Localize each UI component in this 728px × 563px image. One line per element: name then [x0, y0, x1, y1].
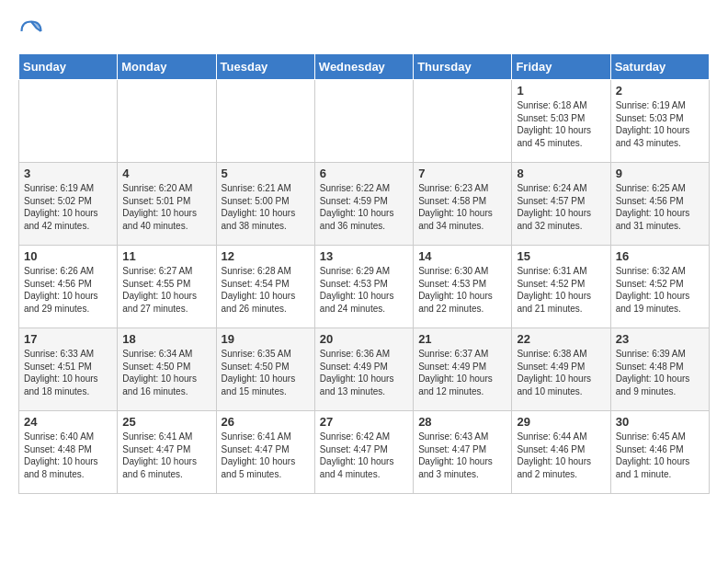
calendar-week-1: 1Sunrise: 6:18 AM Sunset: 5:03 PM Daylig… — [19, 80, 710, 163]
day-number: 13 — [320, 249, 408, 263]
day-info: Sunrise: 6:25 AM Sunset: 4:56 PM Dayligh… — [616, 182, 704, 232]
calendar-cell: 24Sunrise: 6:40 AM Sunset: 4:48 PM Dayli… — [19, 411, 118, 494]
day-number: 15 — [517, 249, 605, 263]
calendar-cell: 10Sunrise: 6:26 AM Sunset: 4:56 PM Dayli… — [19, 246, 118, 328]
day-number: 7 — [418, 167, 506, 180]
day-info: Sunrise: 6:45 AM Sunset: 4:46 PM Dayligh… — [616, 431, 704, 480]
day-number: 2 — [616, 84, 704, 98]
day-number: 16 — [616, 249, 704, 263]
calendar-cell: 30Sunrise: 6:45 AM Sunset: 4:46 PM Dayli… — [610, 411, 709, 494]
calendar: SundayMondayTuesdayWednesdayThursdayFrid… — [18, 53, 710, 494]
day-info: Sunrise: 6:36 AM Sunset: 4:49 PM Dayligh… — [320, 348, 408, 397]
day-info: Sunrise: 6:19 AM Sunset: 5:03 PM Dayligh… — [616, 99, 704, 149]
column-header-sunday: Sunday — [19, 54, 118, 80]
day-info: Sunrise: 6:30 AM Sunset: 4:53 PM Dayligh… — [418, 265, 506, 315]
day-number: 8 — [517, 167, 605, 180]
calendar-cell: 9Sunrise: 6:25 AM Sunset: 4:56 PM Daylig… — [610, 163, 709, 246]
day-info: Sunrise: 6:35 AM Sunset: 4:50 PM Dayligh… — [222, 348, 310, 397]
column-header-tuesday: Tuesday — [216, 54, 314, 80]
day-number: 21 — [418, 332, 506, 346]
day-number: 28 — [418, 415, 506, 429]
day-info: Sunrise: 6:34 AM Sunset: 4:50 PM Dayligh… — [122, 348, 210, 397]
day-number: 26 — [222, 415, 310, 429]
day-number: 12 — [222, 249, 310, 263]
day-info: Sunrise: 6:23 AM Sunset: 4:58 PM Dayligh… — [418, 182, 506, 232]
calendar-cell — [19, 80, 118, 163]
calendar-cell — [118, 80, 216, 163]
logo — [18, 18, 48, 44]
calendar-cell: 19Sunrise: 6:35 AM Sunset: 4:50 PM Dayli… — [216, 328, 314, 411]
column-header-monday: Monday — [118, 54, 216, 80]
calendar-cell: 25Sunrise: 6:41 AM Sunset: 4:47 PM Dayli… — [118, 411, 216, 494]
calendar-cell — [414, 80, 512, 163]
day-info: Sunrise: 6:39 AM Sunset: 4:48 PM Dayligh… — [616, 348, 704, 397]
calendar-cell: 29Sunrise: 6:44 AM Sunset: 4:46 PM Dayli… — [512, 411, 610, 494]
day-info: Sunrise: 6:21 AM Sunset: 5:00 PM Dayligh… — [222, 182, 310, 232]
calendar-cell: 2Sunrise: 6:19 AM Sunset: 5:03 PM Daylig… — [610, 80, 709, 163]
column-header-friday: Friday — [512, 54, 610, 80]
day-number: 6 — [320, 167, 408, 180]
day-number: 10 — [24, 249, 112, 263]
day-number: 9 — [616, 167, 704, 180]
calendar-cell: 15Sunrise: 6:31 AM Sunset: 4:52 PM Dayli… — [512, 246, 610, 328]
day-number: 5 — [222, 167, 310, 180]
calendar-cell — [314, 80, 413, 163]
day-number: 18 — [122, 332, 210, 346]
day-info: Sunrise: 6:41 AM Sunset: 4:47 PM Dayligh… — [122, 431, 210, 480]
day-info: Sunrise: 6:31 AM Sunset: 4:52 PM Dayligh… — [517, 265, 605, 315]
day-number: 30 — [616, 415, 704, 429]
calendar-cell: 14Sunrise: 6:30 AM Sunset: 4:53 PM Dayli… — [414, 246, 512, 328]
column-header-saturday: Saturday — [610, 54, 709, 80]
calendar-cell: 5Sunrise: 6:21 AM Sunset: 5:00 PM Daylig… — [216, 163, 314, 246]
header — [18, 18, 710, 44]
calendar-cell: 13Sunrise: 6:29 AM Sunset: 4:53 PM Dayli… — [314, 246, 413, 328]
calendar-cell: 6Sunrise: 6:22 AM Sunset: 4:59 PM Daylig… — [314, 163, 413, 246]
day-info: Sunrise: 6:26 AM Sunset: 4:56 PM Dayligh… — [24, 265, 112, 315]
day-info: Sunrise: 6:44 AM Sunset: 4:46 PM Dayligh… — [517, 431, 605, 480]
day-number: 3 — [24, 167, 112, 180]
day-info: Sunrise: 6:32 AM Sunset: 4:52 PM Dayligh… — [616, 265, 704, 315]
day-info: Sunrise: 6:22 AM Sunset: 4:59 PM Dayligh… — [320, 182, 408, 232]
calendar-cell: 23Sunrise: 6:39 AM Sunset: 4:48 PM Dayli… — [610, 328, 709, 411]
day-number: 11 — [122, 249, 210, 263]
day-number: 22 — [517, 332, 605, 346]
calendar-week-5: 24Sunrise: 6:40 AM Sunset: 4:48 PM Dayli… — [19, 411, 710, 494]
day-info: Sunrise: 6:37 AM Sunset: 4:49 PM Dayligh… — [418, 348, 506, 397]
day-info: Sunrise: 6:41 AM Sunset: 4:47 PM Dayligh… — [222, 431, 310, 480]
day-number: 17 — [24, 332, 112, 346]
day-info: Sunrise: 6:29 AM Sunset: 4:53 PM Dayligh… — [320, 265, 408, 315]
day-number: 25 — [122, 415, 210, 429]
calendar-week-2: 3Sunrise: 6:19 AM Sunset: 5:02 PM Daylig… — [19, 163, 710, 246]
day-number: 14 — [418, 249, 506, 263]
day-info: Sunrise: 6:38 AM Sunset: 4:49 PM Dayligh… — [517, 348, 605, 397]
day-info: Sunrise: 6:18 AM Sunset: 5:03 PM Dayligh… — [517, 99, 605, 149]
calendar-cell: 21Sunrise: 6:37 AM Sunset: 4:49 PM Dayli… — [414, 328, 512, 411]
calendar-header-row: SundayMondayTuesdayWednesdayThursdayFrid… — [19, 54, 710, 80]
day-number: 1 — [517, 84, 605, 98]
column-header-wednesday: Wednesday — [314, 54, 413, 80]
day-number: 23 — [616, 332, 704, 346]
day-info: Sunrise: 6:27 AM Sunset: 4:55 PM Dayligh… — [122, 265, 210, 315]
day-info: Sunrise: 6:19 AM Sunset: 5:02 PM Dayligh… — [24, 182, 112, 232]
calendar-cell: 8Sunrise: 6:24 AM Sunset: 4:57 PM Daylig… — [512, 163, 610, 246]
calendar-cell: 16Sunrise: 6:32 AM Sunset: 4:52 PM Dayli… — [610, 246, 709, 328]
calendar-cell: 3Sunrise: 6:19 AM Sunset: 5:02 PM Daylig… — [19, 163, 118, 246]
calendar-cell: 17Sunrise: 6:33 AM Sunset: 4:51 PM Dayli… — [19, 328, 118, 411]
calendar-cell: 28Sunrise: 6:43 AM Sunset: 4:47 PM Dayli… — [414, 411, 512, 494]
logo-icon — [18, 18, 44, 44]
calendar-cell: 7Sunrise: 6:23 AM Sunset: 4:58 PM Daylig… — [414, 163, 512, 246]
calendar-cell — [216, 80, 314, 163]
day-info: Sunrise: 6:24 AM Sunset: 4:57 PM Dayligh… — [517, 182, 605, 232]
day-info: Sunrise: 6:33 AM Sunset: 4:51 PM Dayligh… — [24, 348, 112, 397]
calendar-week-4: 17Sunrise: 6:33 AM Sunset: 4:51 PM Dayli… — [19, 328, 710, 411]
calendar-cell: 26Sunrise: 6:41 AM Sunset: 4:47 PM Dayli… — [216, 411, 314, 494]
day-number: 4 — [122, 167, 210, 180]
day-number: 19 — [222, 332, 310, 346]
calendar-cell: 12Sunrise: 6:28 AM Sunset: 4:54 PM Dayli… — [216, 246, 314, 328]
day-number: 29 — [517, 415, 605, 429]
calendar-cell: 4Sunrise: 6:20 AM Sunset: 5:01 PM Daylig… — [118, 163, 216, 246]
calendar-cell: 22Sunrise: 6:38 AM Sunset: 4:49 PM Dayli… — [512, 328, 610, 411]
day-info: Sunrise: 6:20 AM Sunset: 5:01 PM Dayligh… — [122, 182, 210, 232]
day-info: Sunrise: 6:28 AM Sunset: 4:54 PM Dayligh… — [222, 265, 310, 315]
day-number: 20 — [320, 332, 408, 346]
